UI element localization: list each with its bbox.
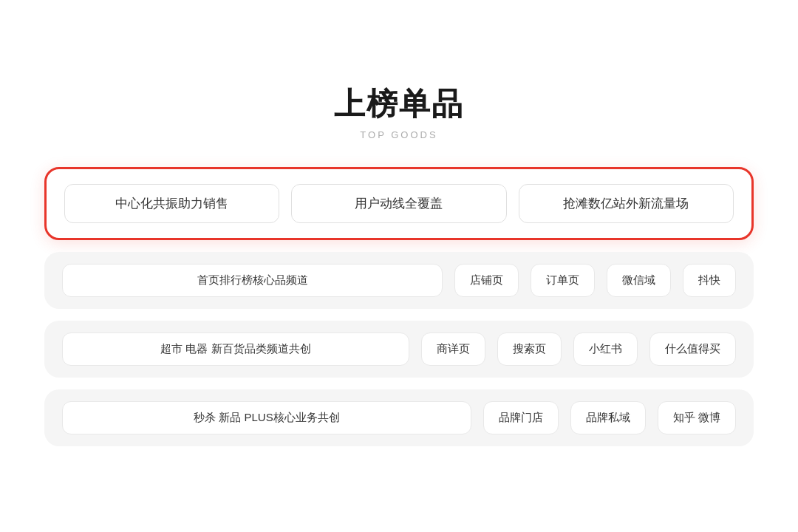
normal-row-2: 首页排行榜核心品频道 店铺页 订单页 微信域 抖快 — [44, 252, 754, 309]
normal-row-4: 秒杀 新品 PLUS核心业务共创 品牌门店 品牌私域 知乎 微博 — [44, 389, 754, 446]
tag-wechat[interactable]: 微信域 — [607, 264, 671, 297]
highlighted-row: 中心化共振助力销售 用户动线全覆盖 抢滩数亿站外新流量场 — [44, 167, 754, 240]
page-subtitle: TOP GOODS — [334, 129, 464, 140]
normal-row-3: 超市 电器 新百货品类频道共创 商详页 搜索页 小红书 什么值得买 — [44, 321, 754, 378]
tag-homepage-ranking[interactable]: 首页排行榜核心品频道 — [62, 264, 443, 297]
tag-xiaohongshu[interactable]: 小红书 — [573, 332, 638, 366]
tag-order-page[interactable]: 订单页 — [531, 264, 595, 297]
cards-section: 中心化共振助力销售 用户动线全覆盖 抢滩数亿站外新流量场 首页排行榜核心品频道 … — [44, 167, 754, 446]
tag-central-resonance[interactable]: 中心化共振助力销售 — [64, 184, 279, 223]
tag-supermarket-channel[interactable]: 超市 电器 新百货品类频道共创 — [62, 332, 409, 366]
page-title: 上榜单品 — [334, 86, 464, 123]
tag-brand-store[interactable]: 品牌门店 — [483, 401, 559, 434]
tag-external-traffic[interactable]: 抢滩数亿站外新流量场 — [519, 184, 734, 223]
tag-douyin-kuaishou[interactable]: 抖快 — [683, 264, 736, 297]
tag-zhihu-weibo[interactable]: 知乎 微博 — [658, 401, 736, 434]
tag-flash-sale-channel[interactable]: 秒杀 新品 PLUS核心业务共创 — [62, 401, 471, 434]
title-section: 上榜单品 TOP GOODS — [334, 86, 464, 140]
tag-smzdm[interactable]: 什么值得买 — [649, 332, 736, 366]
tag-store-page[interactable]: 店铺页 — [454, 264, 519, 297]
tag-user-coverage[interactable]: 用户动线全覆盖 — [291, 184, 506, 223]
main-container: 上榜单品 TOP GOODS 中心化共振助力销售 用户动线全覆盖 抢滩数亿站外新… — [44, 86, 754, 446]
tag-search-page[interactable]: 搜索页 — [497, 332, 562, 366]
tag-product-detail[interactable]: 商详页 — [421, 332, 485, 366]
tag-brand-private[interactable]: 品牌私域 — [570, 401, 646, 434]
